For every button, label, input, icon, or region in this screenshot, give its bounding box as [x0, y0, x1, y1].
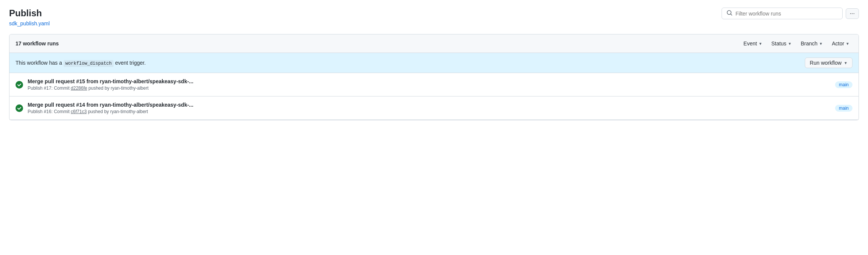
svg-point-1 — [16, 104, 23, 112]
page-header: Publish sdk_publish.yaml ··· — [9, 8, 859, 26]
runs-header: 17 workflow runs Event ▼ Status ▼ Branch… — [9, 34, 859, 53]
actor-filter-button[interactable]: Actor ▼ — [829, 39, 852, 48]
svg-point-0 — [16, 81, 23, 89]
actor-chevron-icon: ▼ — [846, 42, 849, 46]
branch-filter-label: Branch — [801, 40, 817, 47]
search-bar-container — [722, 8, 843, 19]
table-row: Merge pull request #15 from ryan-timothy… — [9, 73, 859, 96]
dispatch-code: workflow_dispatch — [64, 60, 114, 67]
run-info: Merge pull request #15 from ryan-timothy… — [28, 78, 831, 91]
run-title: Merge pull request #14 from ryan-timothy… — [28, 102, 831, 108]
branch-filter-button[interactable]: Branch ▼ — [798, 39, 826, 48]
run-subtitle-prefix: Publish #17: Commit — [28, 86, 70, 91]
search-icon — [726, 10, 733, 17]
actor-filter-label: Actor — [832, 40, 844, 47]
search-input[interactable] — [736, 11, 838, 17]
event-chevron-icon: ▼ — [759, 42, 762, 46]
run-title: Merge pull request #15 from ryan-timothy… — [28, 78, 831, 84]
branch-chevron-icon: ▼ — [819, 42, 823, 46]
header-actions: ··· — [722, 8, 859, 19]
run-subtitle: Publish #17: Commit d2286fe pushed by ry… — [28, 86, 831, 91]
dispatch-suffix: event trigger. — [115, 60, 146, 66]
run-subtitle: Publish #16: Commit c6f71c3 pushed by ry… — [28, 109, 831, 114]
status-filter-label: Status — [772, 40, 787, 47]
filter-group: Event ▼ Status ▼ Branch ▼ Actor ▼ — [740, 39, 852, 48]
more-options-button[interactable]: ··· — [846, 8, 859, 19]
runs-container: 17 workflow runs Event ▼ Status ▼ Branch… — [9, 34, 859, 120]
table-row: Merge pull request #14 from ryan-timothy… — [9, 96, 859, 120]
success-status-icon — [16, 104, 23, 112]
status-filter-button[interactable]: Status ▼ — [768, 39, 795, 48]
dispatch-text: This workflow has a workflow_dispatch ev… — [16, 60, 146, 66]
branch-badge: main — [835, 105, 852, 112]
run-workflow-label: Run workflow — [810, 60, 842, 66]
branch-badge: main — [835, 81, 852, 88]
dispatch-bar: This workflow has a workflow_dispatch ev… — [9, 53, 859, 73]
event-filter-button[interactable]: Event ▼ — [740, 39, 765, 48]
dispatch-prefix: This workflow has a — [16, 60, 62, 66]
run-workflow-button[interactable]: Run workflow ▼ — [805, 58, 852, 68]
success-status-icon — [16, 81, 23, 89]
run-commit-link[interactable]: c6f71c3 — [71, 109, 87, 114]
runs-count: 17 workflow runs — [16, 40, 59, 47]
status-chevron-icon: ▼ — [788, 42, 792, 46]
yaml-file-link[interactable]: sdk_publish.yaml — [9, 20, 50, 26]
run-subtitle-suffix: pushed by ryan-timothy-albert — [88, 109, 148, 114]
title-block: Publish sdk_publish.yaml — [9, 8, 50, 26]
run-subtitle-prefix: Publish #16: Commit — [28, 109, 70, 114]
run-info: Merge pull request #14 from ryan-timothy… — [28, 102, 831, 114]
run-subtitle-suffix: pushed by ryan-timothy-albert — [89, 86, 149, 91]
page-title: Publish — [9, 8, 50, 19]
run-workflow-chevron-icon: ▼ — [844, 61, 848, 65]
run-commit-link[interactable]: d2286fe — [71, 86, 87, 91]
event-filter-label: Event — [744, 40, 757, 47]
